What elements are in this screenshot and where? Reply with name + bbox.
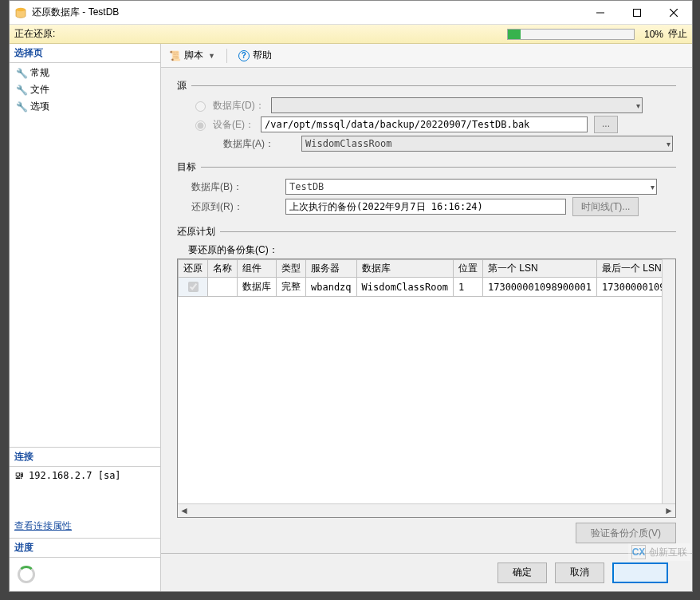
restore-plan-group: 还原计划 要还原的备份集(C)： 还原 名称 组件 类型 服务器 数据库 位置 [177, 225, 676, 543]
sidebar-progress-header: 进度 [10, 538, 160, 558]
svg-rect-2 [634, 9, 641, 16]
source-database-combo: ▾ [271, 97, 643, 113]
backup-sets-grid: 还原 名称 组件 类型 服务器 数据库 位置 第一个 LSN 最后一个 LSN [178, 259, 676, 297]
restore-status-label: 正在还原: [14, 27, 55, 41]
sidebar-item-files[interactable]: 🔧文件 [10, 81, 160, 98]
cell-component: 数据库 [238, 278, 277, 297]
source-group: 源 数据库(D)： ▾ 设备(E)： ... 数据库(A)： WisdomCla… [177, 79, 676, 154]
stop-button[interactable]: 停止 [668, 27, 687, 41]
sidebar-pages-header: 选择页 [10, 44, 160, 63]
verify-backup-button[interactable]: 验证备份介质(V) [576, 523, 676, 543]
sidebar-connection-header: 连接 [10, 447, 160, 467]
source-database-radio[interactable]: 数据库(D)： [191, 99, 265, 112]
cell-database: WisdomClassRoom [356, 278, 453, 297]
watermark: CX 创新互联 [628, 543, 690, 561]
browse-button[interactable]: ... [594, 116, 618, 133]
primary-action-button[interactable] [612, 562, 668, 583]
help-button[interactable]: ? 帮助 [235, 47, 275, 64]
connection-text: 192.168.2.7 [sa] [29, 470, 121, 481]
target-title: 目标 [177, 160, 196, 174]
cancel-button[interactable]: 取消 [555, 562, 604, 583]
main-panel: 📜 脚本 ▼ ? 帮助 源 数据库(D)： ▾ 设备(E)： [161, 44, 692, 591]
chevron-down-icon: ▼ [208, 52, 215, 60]
col-database[interactable]: 数据库 [356, 260, 453, 278]
minimize-button[interactable] [582, 1, 619, 25]
device-path-input[interactable] [261, 116, 588, 132]
sidebar-item-general[interactable]: 🔧常规 [10, 65, 160, 81]
script-icon: 📜 [169, 50, 181, 61]
wrench-icon: 🔧 [16, 68, 27, 79]
col-server[interactable]: 服务器 [306, 260, 357, 278]
restore-to-input[interactable] [285, 199, 566, 215]
script-button[interactable]: 📜 脚本 ▼ [166, 47, 218, 64]
cell-server: wbandzq [306, 278, 357, 297]
toolbar: 📜 脚本 ▼ ? 帮助 [161, 44, 692, 68]
sidebar-item-label: 常规 [30, 66, 49, 80]
sidebar-item-label: 选项 [30, 100, 49, 113]
col-name[interactable]: 名称 [208, 260, 238, 278]
close-button[interactable] [655, 1, 692, 25]
timeline-button[interactable]: 时间线(T)... [572, 197, 639, 216]
server-icon: 🖳 [14, 470, 24, 481]
watermark-text: 创新互联 [649, 546, 687, 559]
help-icon: ? [238, 50, 250, 61]
wrench-icon: 🔧 [16, 101, 27, 112]
chevron-down-icon: ▾ [636, 101, 640, 110]
maximize-button[interactable] [619, 1, 655, 25]
chevron-down-icon: ▾ [667, 140, 671, 148]
sidebar-item-label: 文件 [30, 83, 49, 97]
col-first-lsn[interactable]: 第一个 LSN [482, 260, 596, 278]
watermark-icon: CX [631, 545, 646, 559]
wrench-icon: 🔧 [16, 85, 27, 96]
restore-database-window: 还原数据库 - TestDB 正在还原: 10% 停止 选择页 🔧常规 🔧文件 … [9, 0, 693, 592]
chevron-down-icon: ▾ [651, 183, 655, 191]
source-db-combo[interactable]: WisdomClassRoom▾ [301, 136, 673, 152]
restore-percent: 10% [639, 29, 663, 40]
target-db-label: 数据库(B)： [191, 180, 279, 194]
plan-subtitle: 要还原的备份集(C)： [188, 243, 676, 257]
ok-button[interactable]: 确定 [497, 562, 547, 583]
col-component[interactable]: 组件 [238, 260, 277, 278]
restore-to-label: 还原到(R)： [191, 200, 279, 214]
backup-sets-grid-wrap: 还原 名称 组件 类型 服务器 数据库 位置 第一个 LSN 最后一个 LSN [177, 259, 676, 518]
grid-scrollbar-h[interactable]: ◄► [178, 503, 675, 517]
cell-first-lsn: 173000001098900001 [482, 278, 596, 297]
view-connection-properties-link[interactable]: 查看连接属性 [10, 515, 160, 538]
window-title: 还原数据库 - TestDB [32, 6, 582, 19]
app-icon [14, 6, 27, 19]
titlebar: 还原数据库 - TestDB [10, 1, 692, 25]
spinner-icon [18, 566, 35, 583]
source-device-radio[interactable]: 设备(E)： [191, 118, 254, 132]
col-position[interactable]: 位置 [453, 260, 482, 278]
cell-type: 完整 [277, 278, 306, 297]
source-db-label: 数据库(A)： [223, 137, 295, 151]
table-row[interactable]: 数据库 完整 wbandzq WisdomClassRoom 1 1730000… [179, 278, 677, 297]
sidebar-item-options[interactable]: 🔧选项 [10, 98, 160, 115]
sidebar: 选择页 🔧常规 🔧文件 🔧选项 连接 🖳 192.168.2.7 [sa] 查看… [10, 44, 161, 591]
grid-scrollbar-v[interactable] [662, 259, 675, 503]
plan-title: 还原计划 [177, 225, 215, 239]
connection-info: 🖳 192.168.2.7 [sa] [10, 467, 160, 515]
restore-progress-row: 正在还原: 10% 停止 [10, 25, 692, 44]
cell-position: 1 [453, 278, 482, 297]
cell-name [208, 278, 238, 297]
target-db-combo[interactable]: TestDB▾ [285, 179, 657, 195]
restore-progressbar [507, 29, 635, 40]
col-type[interactable]: 类型 [277, 260, 306, 278]
col-restore[interactable]: 还原 [179, 260, 208, 278]
restore-checkbox[interactable] [188, 282, 199, 292]
source-title: 源 [177, 79, 187, 93]
dialog-footer: 确定 取消 [161, 553, 692, 591]
target-group: 目标 数据库(B)： TestDB▾ 还原到(R)： 时间线(T)... [177, 160, 676, 219]
